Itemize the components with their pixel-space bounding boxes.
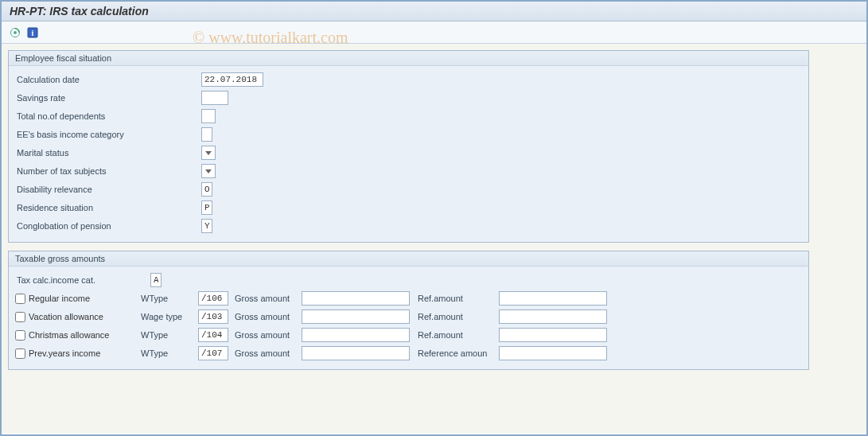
toolbar: i [2,21,866,44]
disability-label: Disability relevance [15,185,138,194]
vacation-allowance-label: Vacation allowance [29,312,103,321]
wtype-label: WType [141,330,195,340]
wtype-label: WType [141,294,195,303]
svg-point-1 [14,31,17,34]
tax-subjects-label: Number of tax subjects [15,166,138,176]
group-employee-fiscal: Employee fiscal situation Calculation da… [8,50,809,243]
group-taxable-gross: Taxable gross amounts Tax calc.income ca… [8,251,809,370]
taxable-row: Vacation allowance Wage type Gross amoun… [15,308,802,325]
savings-input[interactable] [201,91,228,105]
calc-date-input[interactable] [201,72,263,87]
dependents-input[interactable] [201,109,216,123]
gross-input[interactable] [302,328,410,342]
wtype-input[interactable] [198,328,228,342]
tax-cat-input[interactable] [150,273,162,287]
ref-label: Reference amoun [413,348,496,358]
conglobation-input[interactable] [201,219,212,233]
wtype-input[interactable] [198,291,228,306]
gross-input[interactable] [302,291,410,306]
ref-label: Ref.amount [413,330,496,340]
calc-date-label: Calculation date [15,75,138,84]
info-icon[interactable]: i [25,25,40,40]
taxable-row: Regular income WType Gross amount Ref.am… [15,290,802,307]
window: HR-PT: IRS tax calculation i © www.tutor… [0,0,868,436]
taxable-row: Christmas allowance WType Gross amount R… [15,326,802,344]
wtype-input[interactable] [198,309,228,324]
svg-text:i: i [32,29,34,37]
tax-subjects-dropdown[interactable] [201,164,216,178]
residence-label: Residence situation [15,203,138,212]
execute-icon[interactable] [8,25,22,40]
disability-input[interactable] [201,182,212,197]
ref-input[interactable] [499,328,607,342]
ref-input[interactable] [499,291,607,306]
ref-label: Ref.amount [413,294,496,303]
ref-input[interactable] [499,346,607,360]
wtype-label: Wage type [141,312,195,321]
group1-title: Employee fiscal situation [9,51,808,66]
tax-cat-label: Tax calc.income cat. [15,275,150,285]
christmas-allowance-label: Christmas allowance [29,330,109,340]
residence-input[interactable] [201,200,212,215]
regular-income-checkbox[interactable] [15,294,25,304]
vacation-allowance-checkbox[interactable] [15,312,25,322]
window-title: HR-PT: IRS tax calculation [10,5,149,18]
gross-label: Gross amount [232,312,298,321]
ref-label: Ref.amount [413,312,496,321]
prev-years-income-label: Prev.years income [29,348,100,358]
wtype-label: WType [141,348,195,358]
group2-title: Taxable gross amounts [9,251,808,267]
ref-input[interactable] [499,309,607,324]
ee-basis-label: EE's basis income category [15,130,166,139]
gross-input[interactable] [302,309,410,324]
gross-label: Gross amount [232,294,298,303]
christmas-allowance-checkbox[interactable] [15,330,25,341]
conglobation-label: Conglobation of pension [15,221,138,231]
savings-label: Savings rate [15,93,138,103]
gross-label: Gross amount [232,330,298,340]
dependents-label: Total no.of dependents [15,111,138,121]
prev-years-income-checkbox[interactable] [15,348,25,359]
content-area: Employee fiscal situation Calculation da… [2,44,866,434]
title-bar: HR-PT: IRS tax calculation [2,2,866,21]
wtype-input[interactable] [198,346,228,360]
marital-label: Marital status [15,148,138,158]
gross-input[interactable] [302,346,410,360]
taxable-row: Prev.years income WType Gross amount Ref… [15,345,802,362]
marital-dropdown[interactable] [201,146,216,160]
gross-label: Gross amount [232,348,298,358]
regular-income-label: Regular income [29,294,90,303]
ee-basis-input[interactable] [201,127,212,142]
